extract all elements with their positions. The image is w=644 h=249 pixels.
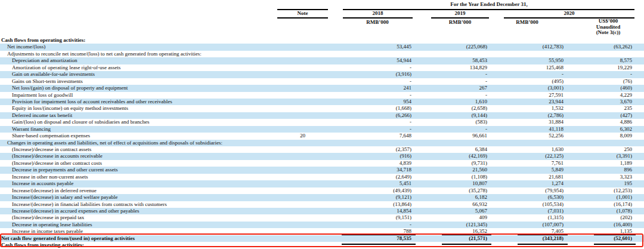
row-label-cell: Provision for impairment loss of account… — [0, 99, 271, 105]
row-label: Decrease in operating lease liabilities — [1, 222, 92, 228]
note-cell — [271, 242, 334, 248]
table-row: (Increase)/decrease in prepaid tax (9,15… — [0, 214, 644, 221]
value-cell-2020-rmb — [510, 51, 586, 57]
value-2019: (1,108) — [472, 174, 487, 180]
value-cell-2019: (35,278) — [434, 187, 510, 194]
note-cell — [271, 126, 334, 133]
row-label-cell: Depreciation and amortization — [0, 57, 271, 64]
row-label-cell: Cash flows from operating activities: — [0, 37, 271, 44]
row-label-cell: Increase in other non-current assets — [0, 174, 271, 180]
value-2018: 34,718 — [397, 167, 411, 173]
value-cell-2018: (6,266) — [334, 112, 434, 119]
row-label-cell: Increase in accounts payable — [0, 180, 271, 187]
value-cell-2018: 954 — [334, 99, 434, 105]
row-label: Increase/(decrease) in salary and welfar… — [1, 194, 117, 201]
value-cell-2020-rmb: (1,315) — [510, 214, 586, 221]
value-cell-2019: 96,661 — [434, 133, 510, 139]
table-row: Depreciation and amortization 54,944 58,… — [0, 57, 644, 64]
note-cell — [271, 112, 334, 119]
value-2019: 96,661 — [472, 133, 487, 139]
value-2020-usd: 8,575 — [620, 57, 632, 63]
note-cell — [271, 235, 334, 242]
value-cell-2020-usd: (3,391) — [586, 153, 644, 159]
value-cell-2020-rmb: 21,681 — [510, 174, 586, 180]
table-row: Amortization of operating lease right-of… — [0, 64, 644, 71]
value-2019: 58,453 — [472, 57, 487, 63]
table-row: Gain/(loss) on disposal and closure of s… — [0, 119, 644, 125]
value-cell-2019: (121,345) — [434, 222, 510, 228]
row-label: (Increase)/decrease in accounts receivab… — [1, 153, 103, 159]
note-cell — [271, 208, 334, 214]
value-2020-usd: 896 — [624, 167, 633, 173]
note-cell — [271, 99, 334, 105]
value-cell-2018: (2,357) — [334, 146, 434, 153]
table-row: Increase/(decrease) in financial liabili… — [0, 201, 644, 208]
value-cell-2020-rmb: (7,031) — [510, 208, 586, 214]
value-cell-2020-rmb: (22,125) — [510, 153, 586, 159]
value-cell-2020-usd — [586, 140, 644, 146]
value-cell-2020-usd: (427) — [586, 112, 644, 119]
value-cell-2020-usd: (1,078) — [586, 208, 644, 214]
row-label: Increase/(decrease) in accrued expenses … — [1, 208, 139, 214]
row-label-cell: (Increase)/decrease in accounts receivab… — [0, 153, 271, 159]
value-2019: 10,807 — [472, 180, 487, 186]
value-cell-2018: 54,944 — [334, 57, 434, 64]
row-label-cell: Gain/(loss) on disposal and closure of s… — [0, 119, 271, 125]
value-cell-2019 — [434, 37, 510, 44]
value-cell-2019: (225,068) — [434, 44, 510, 50]
value-2019: 409 — [479, 214, 488, 220]
row-label: Increase/(decrease) in financial liabili… — [1, 201, 167, 208]
note-cell — [271, 37, 334, 44]
table-row: Adjustments to reconcile net income/(los… — [0, 51, 644, 57]
value-cell-2019: (583) — [434, 119, 510, 125]
value-2018: (2,649) — [396, 174, 411, 180]
value-2020-usd: 4,886 — [620, 119, 632, 125]
value-2019: 6,384 — [475, 146, 487, 152]
value-2020-rmb: (2,786) — [548, 112, 564, 118]
value-cell-2018: 7,648 — [334, 133, 434, 139]
value-2019: 6,182 — [475, 194, 487, 200]
value-2018: (9,151) — [396, 214, 411, 220]
value-2020-rmb: (412,783) — [543, 44, 564, 50]
row-label: Cash flows from investing activities: — [1, 242, 84, 248]
note-cell: 20 — [271, 133, 334, 139]
note-cell — [271, 160, 334, 167]
row-label: Cash flows from operating activities: — [1, 37, 85, 43]
value-2019: (21,571) — [469, 235, 487, 241]
note-cell — [271, 44, 334, 50]
value-2020-rmb: 55,950 — [549, 57, 564, 63]
value-cell-2018: (2,649) — [334, 174, 434, 180]
value-2020-usd: 19,229 — [617, 64, 632, 70]
value-cell-2018: 788 — [334, 228, 434, 235]
note-cell — [271, 201, 334, 208]
table-row: Share-based compensation expenses 20 7,6… — [0, 133, 644, 139]
value-2018: 53,445 — [397, 44, 411, 50]
table-row: Decrease in operating lease liabilities … — [0, 222, 644, 228]
value-cell-2020-usd: (12,253) — [586, 187, 644, 194]
usd-unit-header: US$’000 Unaudited (Note 3(c)) — [572, 19, 644, 36]
value-cell-2018: (1,668) — [334, 105, 434, 112]
value-cell-2020-rmb: 55,950 — [510, 57, 586, 64]
value-cell-2020-rmb: 7,761 — [510, 160, 586, 167]
cash-flow-statement-table: For the Year Ended December 31, Note 201… — [0, 0, 644, 249]
value-cell-2019: 58,453 — [434, 57, 510, 64]
value-2018: - — [410, 222, 411, 228]
value-2020-usd: (427) — [621, 112, 633, 118]
note-cell — [271, 174, 334, 180]
value-cell-2020-usd: 4,229 — [586, 92, 644, 99]
row-label: Amortization of operating lease right-of… — [1, 64, 120, 71]
row-label: Share-based compensation expenses — [1, 133, 90, 139]
value-2020-usd: (52,601) — [614, 235, 632, 241]
row-label-cell: Increase/(decrease) in salary and welfar… — [0, 194, 271, 201]
value-2020-usd: (1,001) — [617, 194, 632, 200]
row-label: (Increase)/decrease in contract assets — [1, 146, 91, 153]
value-cell-2020-rmb: (79,954) — [510, 187, 586, 194]
value-cell-2019: 267 — [434, 85, 510, 91]
value-cell-2020-rmb — [510, 37, 586, 44]
value-cell-2019: - — [434, 92, 510, 99]
value-cell-2020-usd: 195 — [586, 180, 644, 187]
value-2020-usd: (63,262) — [614, 44, 632, 50]
value-cell-2020-rmb: 31,884 — [510, 119, 586, 125]
value-cell-2020-usd: 6,302 — [586, 126, 644, 133]
value-cell-2018: 14,854 — [334, 208, 434, 214]
